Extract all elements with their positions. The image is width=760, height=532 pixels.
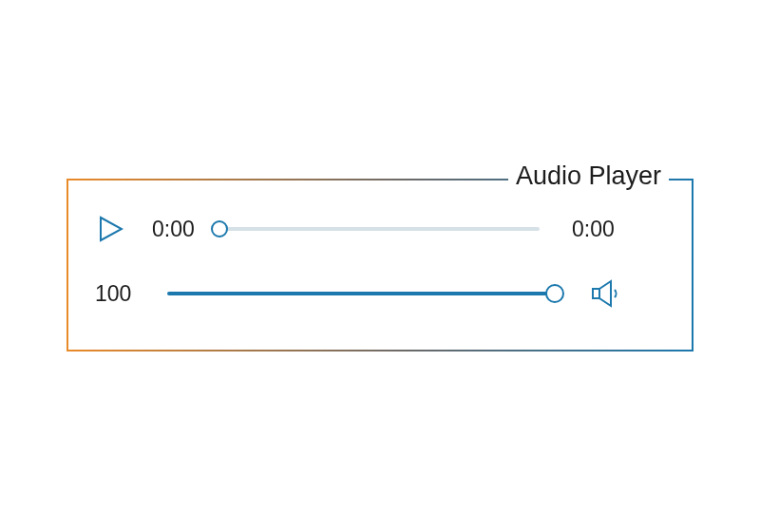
- svg-marker-2: [599, 281, 611, 306]
- seek-thumb[interactable]: [211, 220, 228, 238]
- seek-slider[interactable]: [211, 219, 540, 238]
- current-time: 0:00: [152, 217, 201, 242]
- svg-marker-0: [101, 218, 122, 240]
- svg-rect-1: [593, 289, 599, 298]
- speaker-icon: [590, 278, 622, 309]
- total-time: 0:00: [572, 217, 615, 242]
- volume-thumb[interactable]: [545, 284, 564, 303]
- panel-title: Audio Player: [508, 163, 669, 189]
- play-button[interactable]: [97, 215, 125, 243]
- volume-row: 100: [68, 270, 692, 317]
- playback-row: 0:00 0:00: [68, 205, 692, 253]
- play-icon: [99, 216, 124, 242]
- volume-value: 100: [95, 281, 139, 307]
- mute-button[interactable]: [589, 276, 623, 311]
- volume-slider[interactable]: [167, 284, 564, 303]
- audio-player-panel: Audio Player 0:00 0:00 100: [66, 179, 694, 352]
- seek-track: [220, 227, 540, 231]
- volume-track: [167, 292, 555, 295]
